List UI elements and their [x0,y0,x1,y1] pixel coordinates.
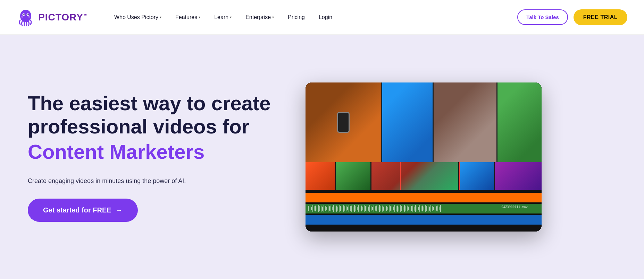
nav-actions: Talk To Sales FREE TRIAL [517,9,627,25]
chevron-icon: ▾ [272,15,274,19]
nav-links: Who Uses Pictory ▾ Features ▾ Learn ▾ En… [109,11,517,23]
hero-section: The easiest way to create professional v… [0,35,644,279]
nav-enterprise[interactable]: Enterprise ▾ [240,11,279,23]
hero-headline-purple: Content Marketers [28,140,278,164]
svg-point-4 [27,14,29,15]
nav-learn[interactable]: Learn ▾ [209,11,237,23]
svg-point-6 [28,16,30,18]
nav-login[interactable]: Login [313,11,338,23]
nav-who-uses[interactable]: Who Uses Pictory ▾ [109,11,167,23]
free-trial-button[interactable]: FREE TRIAL [574,9,627,25]
hero-content: The easiest way to create professional v… [28,92,299,221]
svg-point-5 [21,16,23,18]
hero-subtext: Create engaging videos in minutes using … [28,177,278,185]
hero-image-area: 04Z3900111.mov [299,82,549,232]
video-mockup: 04Z3900111.mov [306,82,542,232]
nav-pricing[interactable]: Pricing [282,11,310,23]
logo-text: PICTORY™ [38,12,88,23]
arrow-icon: → [116,206,123,214]
chevron-icon: ▾ [160,15,161,19]
nav-features[interactable]: Features ▾ [170,11,206,23]
navbar: PICTORY™ Who Uses Pictory ▾ Features ▾ L… [0,0,644,35]
get-started-button[interactable]: Get started for FREE → [28,199,138,222]
logo-icon [17,8,35,26]
chevron-icon: ▾ [199,15,200,19]
talk-to-sales-button[interactable]: Talk To Sales [517,9,568,25]
chevron-icon: ▾ [230,15,232,19]
logo-link[interactable]: PICTORY™ [17,8,88,26]
svg-point-3 [23,14,25,15]
hero-headline: The easiest way to create professional v… [28,92,278,163]
